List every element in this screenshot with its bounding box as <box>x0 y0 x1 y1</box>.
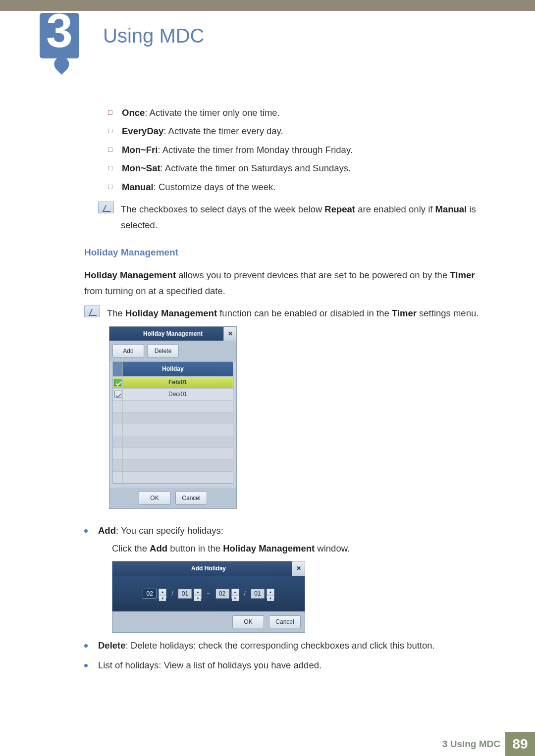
note-icon <box>98 202 114 213</box>
page-content: Once: Activate the timer only one time. … <box>0 60 535 673</box>
list-item: EveryDay: Activate the timer every day. <box>108 123 490 139</box>
note-icon <box>84 305 100 317</box>
chapter-header: 3 Using MDC <box>0 11 535 60</box>
sub-line: Click the Add button in the Holiday Mana… <box>112 541 490 556</box>
ok-button[interactable]: OK <box>232 615 264 628</box>
spinner-icon[interactable]: ▲▼ <box>194 589 202 599</box>
table-row <box>113 471 233 483</box>
dialog-title: Add Holiday ✕ <box>112 561 305 575</box>
table-row <box>113 424 233 436</box>
option-name: Mon~Sat <box>122 163 160 173</box>
month-end-input[interactable]: 02 <box>215 589 229 599</box>
cancel-button[interactable]: Cancel <box>269 615 301 628</box>
option-desc: : Activate the timer every day. <box>163 126 283 136</box>
section-heading: Holiday Management <box>84 245 490 260</box>
spinner-icon[interactable]: ▲▼ <box>231 589 239 599</box>
table-row <box>113 400 233 412</box>
add-holiday-dialog: Add Holiday ✕ 02 ▲▼ / 01 ▲▼ ~ 02 ▲▼ / 01 <box>112 561 305 633</box>
add-button[interactable]: Add <box>112 345 144 357</box>
chapter-number-badge: 3 <box>40 13 79 58</box>
option-name: Manual <box>122 182 154 192</box>
list-item: Mon~Fri: Activate the timer from Monday … <box>108 142 490 157</box>
option-desc: : Customize days of the week. <box>154 182 276 192</box>
checkbox-icon[interactable] <box>114 391 121 398</box>
holiday-value: Dec/01 <box>123 389 233 399</box>
ok-button[interactable]: OK <box>139 492 170 504</box>
holiday-management-dialog: Holiday Management ✕ Add Delete Holiday … <box>109 326 237 509</box>
close-icon[interactable]: ✕ <box>223 327 236 341</box>
day-start-input[interactable]: 01 <box>178 589 192 599</box>
dot-bullet-icon <box>84 644 88 648</box>
square-bullet-icon <box>108 185 112 189</box>
square-bullet-icon <box>108 110 112 115</box>
square-bullet-icon <box>108 148 112 152</box>
dialog-body: 02 ▲▼ / 01 ▲▼ ~ 02 ▲▼ / 01 ▲▼ <box>112 576 305 611</box>
actions-list: Add: You can specify holidays: Click the… <box>84 523 490 673</box>
square-bullet-icon <box>108 166 112 170</box>
month-start-input[interactable]: 02 <box>143 589 157 599</box>
list-item: Delete: Delete holidays: check the corre… <box>84 638 490 653</box>
checkbox-icon[interactable] <box>114 379 121 386</box>
option-name: Mon~Fri <box>122 145 158 155</box>
option-desc: : Activate the timer only one time. <box>145 107 280 118</box>
option-name: Once <box>122 107 145 118</box>
top-accent-bar <box>0 0 535 11</box>
close-icon[interactable]: ✕ <box>292 561 305 575</box>
table-row <box>113 448 233 459</box>
holiday-table: Holiday Feb/01 Dec/01 <box>112 361 233 483</box>
list-item: List of holidays: View a list of holiday… <box>84 657 490 673</box>
table-header: Holiday <box>113 362 233 376</box>
table-row <box>113 436 233 448</box>
footer-label: 3 Using MDC <box>442 739 500 750</box>
paragraph: Holiday Management allows you to prevent… <box>84 267 490 299</box>
note-callout: The Holiday Management function can be e… <box>84 305 490 321</box>
cancel-button[interactable]: Cancel <box>175 492 207 504</box>
option-desc: : Activate the timer from Monday through… <box>158 145 352 155</box>
page-footer: 3 Using MDC 89 <box>0 732 535 756</box>
note-callout: The checkboxes to select days of the wee… <box>98 202 490 233</box>
holiday-value: Feb/01 <box>123 377 233 387</box>
note-text: The Holiday Management function can be e… <box>107 305 490 321</box>
list-item: Mon~Sat: Activate the timer on Saturdays… <box>108 160 490 176</box>
table-row[interactable]: Feb/01 <box>113 376 233 388</box>
option-name: EveryDay <box>122 126 163 136</box>
day-end-input[interactable]: 01 <box>251 589 265 599</box>
dialog-title: Holiday Management ✕ <box>109 327 236 341</box>
option-desc: : Activate the timer on Saturdays and Su… <box>160 163 351 173</box>
repeat-options-list: Once: Activate the timer only one time. … <box>108 105 490 195</box>
list-item: Once: Activate the timer only one time. <box>108 105 490 120</box>
spinner-icon[interactable]: ▲▼ <box>267 589 274 599</box>
table-row <box>113 412 233 424</box>
list-item: Add: You can specify holidays: Click the… <box>84 523 490 633</box>
chapter-title: Using MDC <box>103 25 204 47</box>
dot-bullet-icon <box>84 529 88 533</box>
delete-button[interactable]: Delete <box>147 345 179 357</box>
chapter-number: 3 <box>46 7 72 54</box>
table-row <box>113 459 233 471</box>
spinner-icon[interactable]: ▲▼ <box>159 589 166 599</box>
square-bullet-icon <box>108 129 112 133</box>
dot-bullet-icon <box>84 664 88 667</box>
page-number: 89 <box>505 732 535 756</box>
note-text: The checkboxes to select days of the wee… <box>121 202 490 233</box>
table-row[interactable]: Dec/01 <box>113 388 233 400</box>
list-item: Manual: Customize days of the week. <box>108 179 490 195</box>
